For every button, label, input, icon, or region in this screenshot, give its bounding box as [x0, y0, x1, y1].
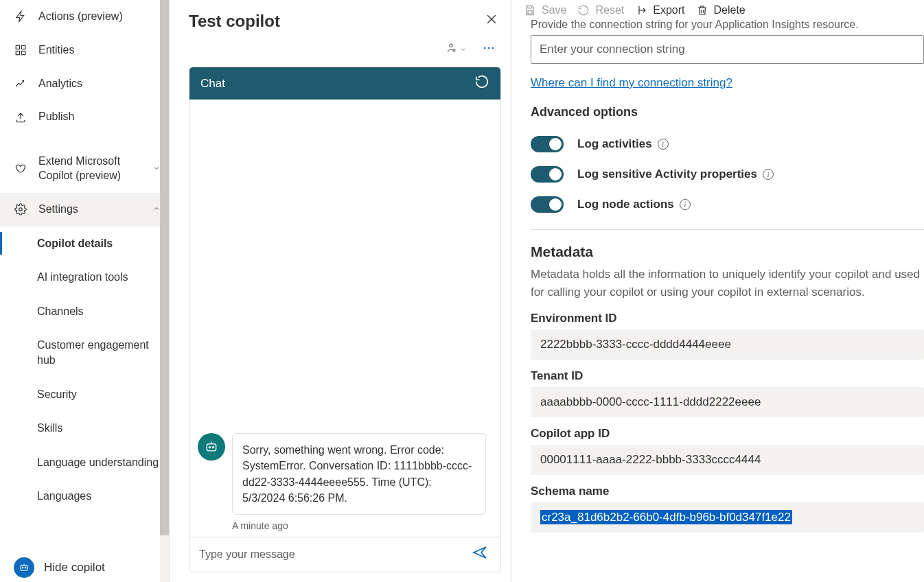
info-icon[interactable]: i [763, 169, 774, 180]
sidebar-item-entities[interactable]: Entities [0, 34, 169, 67]
send-button[interactable] [466, 542, 494, 568]
test-copilot-title: Test copilot [189, 12, 280, 31]
svg-point-11 [488, 47, 490, 49]
copilot-app-id-value[interactable]: 00001111-aaaa-2222-bbbb-3333cccc4444 [531, 445, 924, 475]
sidebar-item-label: Settings [38, 202, 141, 217]
chat-input[interactable] [196, 542, 462, 568]
info-icon[interactable]: i [658, 139, 669, 150]
svg-point-8 [450, 44, 453, 47]
sidebar-sub-languages[interactable]: Languages [0, 479, 169, 513]
copilot-icon [14, 162, 27, 176]
schema-name-text: cr23a_81d6b2b2-66b0-4dfb-b96b-bf0d347f1e… [540, 510, 792, 524]
chart-line-icon [14, 77, 27, 91]
svg-rect-0 [16, 45, 19, 49]
tenant-id-label: Tenant ID [531, 369, 924, 383]
delete-button[interactable]: Delete [696, 4, 746, 16]
test-copilot-panel: Test copilot Chat [170, 0, 511, 582]
svg-rect-5 [21, 566, 27, 570]
divider [531, 229, 924, 230]
sidebar-item-settings[interactable]: Settings [0, 193, 169, 226]
message-timestamp: A minute ago [198, 520, 492, 531]
sidebar-item-analytics[interactable]: Analytics [0, 67, 169, 101]
save-icon [524, 4, 536, 16]
connection-string-help: Provide the connection string for your A… [531, 19, 924, 31]
log-node-label: Log node actions [577, 198, 674, 211]
environment-id-label: Environment ID [531, 312, 924, 325]
sidebar-item-label: Extend Microsoft Copilot (preview) [38, 154, 141, 183]
robot-user-icon [445, 42, 457, 56]
chevron-down-icon [460, 44, 467, 55]
svg-point-15 [212, 447, 213, 448]
trash-icon [696, 4, 708, 16]
log-node-toggle[interactable] [531, 196, 564, 213]
svg-rect-3 [22, 51, 25, 55]
sidebar: Actions (preview) Entities Analytics Pub… [0, 0, 170, 582]
export-label: Export [653, 4, 684, 16]
close-button[interactable] [482, 10, 501, 33]
svg-point-9 [453, 49, 455, 51]
schema-name-value[interactable]: cr23a_81d6b2b2-66b0-4dfb-b96b-bf0d347f1e… [531, 502, 924, 533]
svg-point-14 [209, 447, 210, 448]
sidebar-item-publish[interactable]: Publish [0, 100, 169, 134]
sidebar-sub-copilot-details[interactable]: Copilot details [0, 226, 169, 261]
schema-name-label: Schema name [531, 485, 924, 498]
bot-avatar-icon [198, 433, 225, 461]
sidebar-sub-security[interactable]: Security [0, 377, 169, 412]
hide-copilot-label: Hide copilot [44, 561, 105, 574]
bot-icon [14, 557, 34, 578]
lightning-icon [14, 10, 27, 23]
sidebar-item-label: Entities [38, 43, 161, 58]
environment-id-value[interactable]: 2222bbbb-3333-cccc-dddd4444eeee [531, 329, 924, 360]
sidebar-sub-ai-integration[interactable]: AI integration tools [0, 260, 169, 294]
svg-rect-16 [528, 11, 532, 14]
chat-input-row [189, 537, 500, 572]
sidebar-item-label: Actions (preview) [38, 10, 161, 24]
bot-message-row: Sorry, something went wrong. Error code:… [198, 433, 492, 515]
sidebar-item-actions[interactable]: Actions (preview) [0, 0, 169, 34]
sidebar-sub-channels[interactable]: Channels [0, 294, 169, 329]
more-options-button[interactable] [482, 41, 496, 57]
log-sensitive-label: Log sensitive Activity properties [577, 167, 757, 181]
svg-point-7 [25, 567, 25, 568]
log-sensitive-toggle[interactable] [531, 166, 564, 183]
export-icon [635, 4, 647, 16]
svg-point-4 [19, 208, 23, 211]
chat-card: Chat Sorry, something went wrong. Error … [189, 67, 501, 572]
tracking-dropdown[interactable] [445, 41, 467, 57]
reset-button[interactable]: Reset [577, 4, 624, 16]
connection-string-input[interactable] [531, 35, 924, 64]
log-activities-toggle[interactable] [531, 136, 564, 152]
svg-rect-1 [22, 45, 25, 49]
sidebar-scrollbar[interactable] [160, 0, 169, 535]
hide-copilot-button[interactable]: Hide copilot [0, 553, 169, 582]
save-button[interactable]: Save [524, 4, 566, 16]
reset-icon [577, 4, 590, 16]
sidebar-sub-engagement-hub[interactable]: Customer engagement hub [0, 328, 169, 377]
more-horizontal-icon [482, 41, 496, 57]
refresh-button[interactable] [474, 74, 489, 93]
info-icon[interactable]: i [680, 199, 691, 210]
svg-rect-13 [207, 444, 216, 451]
sidebar-sub-skills[interactable]: Skills [0, 411, 169, 445]
upload-icon [14, 110, 27, 124]
svg-rect-2 [16, 51, 19, 55]
chat-header: Chat [189, 67, 500, 100]
export-button[interactable]: Export [635, 4, 684, 16]
gear-icon [14, 202, 27, 216]
tenant-id-value[interactable]: aaaabbbb-0000-cccc-1111-dddd2222eeee [531, 387, 924, 417]
metadata-description: Metadata holds all the information to un… [531, 266, 924, 302]
save-label: Save [542, 4, 566, 16]
copilot-app-id-label: Copilot app ID [531, 427, 924, 441]
bot-message-bubble: Sorry, something went wrong. Error code:… [232, 433, 486, 515]
svg-point-6 [22, 567, 23, 568]
connection-string-help-link[interactable]: Where can I find my connection string? [531, 76, 732, 90]
chat-header-label: Chat [200, 77, 225, 91]
sidebar-item-label: Publish [38, 110, 161, 124]
sidebar-item-extend-copilot[interactable]: Extend Microsoft Copilot (preview) [0, 145, 169, 193]
grid-icon [14, 43, 27, 57]
reset-label: Reset [595, 4, 624, 16]
metadata-heading: Metadata [531, 244, 924, 260]
svg-point-12 [492, 47, 494, 49]
sidebar-sub-language-understanding[interactable]: Language understanding [0, 445, 169, 480]
log-activities-label: Log activities [577, 137, 652, 151]
